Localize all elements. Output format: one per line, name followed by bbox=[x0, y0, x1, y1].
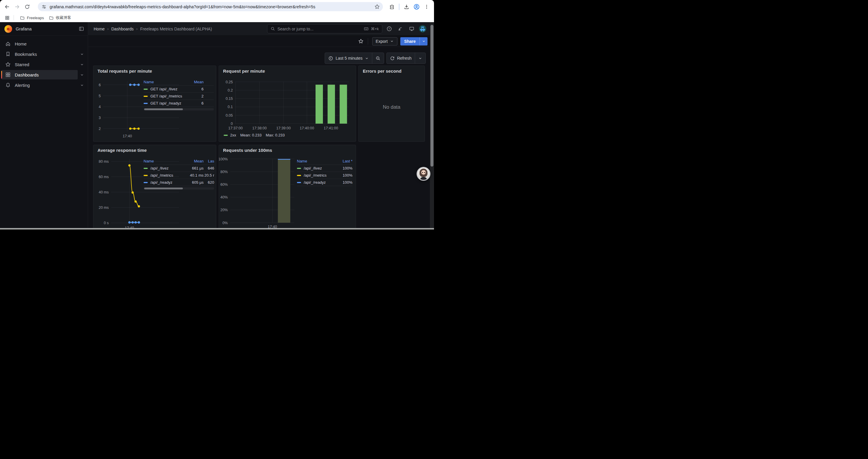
export-button[interactable]: Export bbox=[372, 37, 397, 45]
legend-col-name[interactable]: Name bbox=[144, 80, 188, 84]
chevron-down-icon bbox=[390, 39, 394, 43]
sidebar-link-starred[interactable]: Starred bbox=[1, 60, 78, 69]
legend-value: 661 µs bbox=[183, 166, 204, 170]
legend-series-name[interactable]: /api/_/metrics bbox=[144, 173, 183, 177]
breadcrumb-home[interactable]: Home bbox=[94, 27, 104, 31]
help-icon[interactable]: ? bbox=[385, 25, 394, 33]
sidebar-item-label: Dashboards bbox=[15, 72, 39, 77]
extensions-icon[interactable] bbox=[387, 2, 397, 12]
legend-value: 100% bbox=[335, 166, 352, 170]
legend-stat: Mean: 0.233 bbox=[240, 133, 261, 137]
clock-icon bbox=[328, 56, 333, 61]
legend-col[interactable]: Last * bbox=[335, 159, 352, 163]
search-shortcut: ⌘+k bbox=[364, 26, 379, 31]
horizontal-scrollbar[interactable] bbox=[0, 228, 434, 230]
grafana-logo-icon[interactable] bbox=[4, 25, 12, 33]
breadcrumb-dashboards[interactable]: Dashboards bbox=[112, 27, 134, 31]
chevron-down-icon[interactable] bbox=[78, 83, 86, 87]
bookmark-folder-freeleaps[interactable]: Freeleaps bbox=[18, 14, 46, 21]
legend-value: 2 bbox=[188, 94, 214, 98]
brand-name: Grafana bbox=[16, 26, 32, 31]
legend-series-name[interactable]: GET /api/_/readyz bbox=[144, 101, 188, 105]
legend-row: GET /api/_/readyz6 bbox=[144, 100, 214, 107]
series-color-swatch bbox=[224, 135, 228, 136]
chevron-down-icon bbox=[365, 57, 369, 60]
home-icon bbox=[5, 41, 11, 47]
news-rss-icon[interactable] bbox=[396, 25, 405, 33]
legend-scrollbar bbox=[144, 108, 214, 110]
panel-title[interactable]: Errors per second bbox=[363, 68, 402, 73]
legend-col-name[interactable]: Name bbox=[297, 159, 335, 163]
site-settings-icon[interactable] bbox=[41, 4, 47, 9]
chevron-down-icon[interactable] bbox=[78, 73, 86, 77]
sidebar-link-bookmarks[interactable]: Bookmarks bbox=[1, 49, 78, 59]
apps-grid-icon[interactable] bbox=[3, 14, 11, 22]
sidebar-item-label: Home bbox=[15, 41, 27, 46]
legend-col[interactable]: Mean bbox=[188, 80, 214, 84]
share-button[interactable]: Share bbox=[400, 37, 428, 45]
legend-row: /api/_/livez661 µs646 bbox=[144, 165, 214, 172]
legend-series-name[interactable]: GET /api/_/metrics bbox=[144, 94, 188, 98]
user-avatar[interactable] bbox=[419, 25, 426, 32]
legend-row: 2xxMean: 0.233Max: 0.233 bbox=[224, 133, 285, 137]
legend-series-name[interactable]: /api/_/livez bbox=[297, 166, 335, 170]
share-menu-caret[interactable] bbox=[420, 37, 428, 45]
legend-col-name[interactable]: Name bbox=[144, 159, 183, 163]
profile-icon[interactable] bbox=[411, 2, 422, 12]
svg-text:40 ms: 40 ms bbox=[99, 190, 109, 194]
time-range-picker[interactable]: Last 5 minutes bbox=[325, 53, 372, 64]
legend-series-name[interactable]: GET /api/_/livez bbox=[144, 87, 188, 91]
legend-value: 100% bbox=[335, 180, 352, 185]
chevron-down-icon[interactable] bbox=[78, 63, 86, 66]
legend-series-name[interactable]: /api/_/readyz bbox=[144, 180, 183, 185]
legend-header: NameMean bbox=[144, 78, 214, 86]
sidebar: Grafana HomeBookmarksStarredDashboardsAl… bbox=[0, 22, 88, 230]
svg-text:0.05: 0.05 bbox=[226, 113, 233, 118]
sidebar-link-dashboards[interactable]: Dashboards bbox=[1, 70, 78, 79]
search-input[interactable]: Search or jump to... ⌘+k bbox=[267, 24, 382, 33]
legend-series-name[interactable]: /api/_/livez bbox=[144, 166, 183, 170]
favorite-star-icon[interactable] bbox=[358, 38, 364, 44]
legend-row: /api/_/livez100% bbox=[297, 165, 352, 172]
forward-icon[interactable] bbox=[12, 2, 22, 12]
chevron-down-icon[interactable] bbox=[78, 52, 86, 56]
legend-col[interactable]: Las bbox=[204, 159, 214, 163]
scrollbar-thumb[interactable] bbox=[144, 188, 183, 189]
legend-col[interactable]: Mean bbox=[183, 159, 204, 163]
refresh-interval-caret[interactable] bbox=[415, 53, 426, 64]
legend-series-name[interactable]: /api/_/metrics bbox=[297, 173, 335, 177]
svg-text:0.2: 0.2 bbox=[228, 88, 233, 93]
zoom-out-button[interactable] bbox=[372, 53, 384, 64]
refresh-button[interactable]: Refresh bbox=[387, 53, 415, 64]
sidebar-link-alerting[interactable]: Alerting bbox=[1, 80, 78, 90]
legend-series-name[interactable]: /api/_/readyz bbox=[297, 180, 335, 185]
browser-toolbar: grafana.mathmast.com/d/deytv4rwavabkb/fr… bbox=[0, 0, 434, 13]
assistant-avatar[interactable] bbox=[416, 167, 430, 181]
sidebar-brand: Grafana bbox=[0, 22, 88, 36]
monitor-icon[interactable] bbox=[407, 25, 416, 33]
sidebar-link-home[interactable]: Home bbox=[1, 39, 78, 48]
bookmarks-separator bbox=[13, 15, 14, 21]
bookmark-icon bbox=[5, 51, 11, 57]
reload-icon[interactable] bbox=[22, 2, 32, 12]
url-bar[interactable]: grafana.mathmast.com/d/deytv4rwavabkb/fr… bbox=[38, 2, 383, 11]
back-icon[interactable] bbox=[2, 2, 12, 12]
legend-stat: Max: 0.233 bbox=[266, 133, 285, 137]
panel-average-response-time: Average response time 80 ms60 ms40 ms20 … bbox=[93, 145, 216, 230]
dock-sidebar-icon[interactable] bbox=[79, 26, 84, 32]
series-color-swatch bbox=[297, 168, 301, 169]
page-scrollbar-thumb[interactable] bbox=[430, 25, 433, 167]
browser-menu-icon[interactable] bbox=[422, 2, 432, 12]
legend-value: 20.5 r bbox=[204, 173, 214, 177]
svg-text:17:41:00: 17:41:00 bbox=[324, 126, 338, 130]
chevron-down-icon bbox=[422, 39, 426, 43]
legend-row: /api/_/metrics40.1 ms20.5 r bbox=[144, 172, 214, 179]
sidebar-item-starred: Starred bbox=[1, 59, 86, 69]
scrollbar-thumb[interactable] bbox=[144, 108, 183, 110]
downloads-icon[interactable] bbox=[402, 2, 411, 12]
bookmark-star-icon[interactable] bbox=[374, 4, 380, 9]
legend-header: NameMeanLas bbox=[144, 157, 214, 165]
svg-text:60 ms: 60 ms bbox=[99, 175, 109, 179]
bookmark-folder-blogs[interactable]: 收藏博客 bbox=[46, 14, 73, 21]
legend-series-name[interactable]: 2xx bbox=[224, 133, 236, 137]
